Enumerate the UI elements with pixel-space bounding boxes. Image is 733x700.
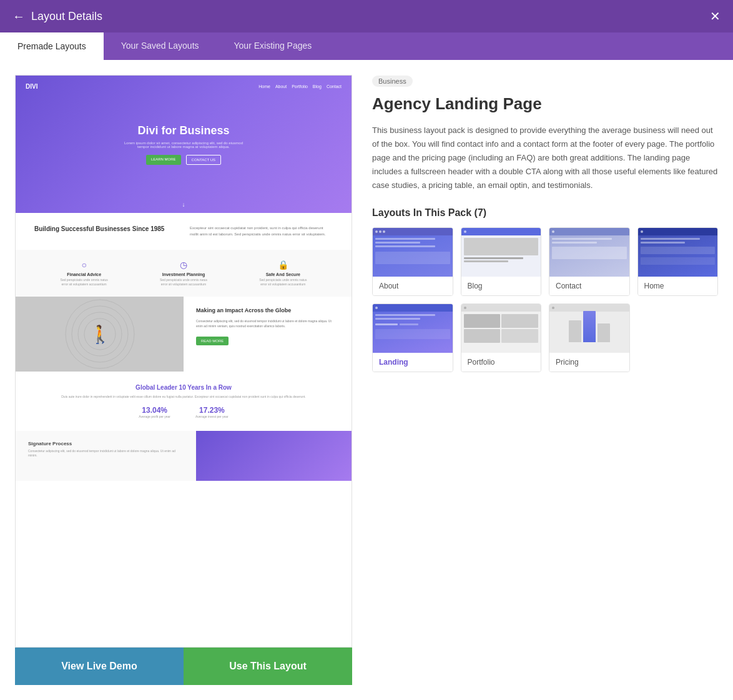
concentric-circles-graphic: 🚶	[62, 297, 137, 372]
secure-icon: 🔒	[234, 260, 333, 270]
preview-icon-item-3: 🔒 Safe And Secure Sed perspiciatis unde …	[234, 260, 333, 287]
bottom-bar: View Live Demo Use This Layout	[15, 648, 352, 685]
preview-section4: 🚶 Making an Impact Across the Globe Cons…	[16, 297, 352, 372]
preview-section6-desc: Consectetur adipiscing elit, sed do eius…	[28, 449, 184, 458]
preview-nav-links: Home About Portfolio Blog Contact	[258, 84, 342, 89]
preview-scroll[interactable]: DIVI Home About Portfolio Blog Contact D…	[15, 75, 352, 648]
preview-section6-text: Signature Process Consectetur adipiscing…	[16, 431, 196, 481]
svg-text:🚶: 🚶	[89, 324, 111, 345]
preview-learn-btn: LEARN MORE	[146, 155, 181, 165]
thumbnail-blog[interactable]: Blog	[461, 227, 542, 296]
tab-existing[interactable]: Your Existing Pages	[217, 32, 330, 60]
preview-section4-desc: Consectetur adipiscing elit, sed do eius…	[196, 318, 339, 328]
preview-stat-value-1: 13.04%	[139, 406, 170, 415]
thumbnail-contact-label: Contact	[549, 277, 629, 295]
header: ← Layout Details ✕	[0, 0, 733, 32]
preview-icon-desc-2: Sed perspiciatis unde omnis natus error …	[159, 278, 209, 287]
preview-icon-title-3: Safe And Secure	[234, 272, 333, 277]
preview-section5: Global Leader 10 Years In a Row Duis aut…	[16, 372, 352, 431]
preview-stat-label-2: Average invest per year	[195, 415, 229, 418]
thumbnail-landing-image	[373, 304, 453, 353]
preview-logo: DIVI	[26, 83, 37, 90]
preview-section2-right: Excepteur sint occaecat cupidatat non pr…	[190, 225, 333, 237]
header-left: ← Layout Details	[12, 9, 102, 24]
info-panel: Business Agency Landing Page This busine…	[372, 75, 718, 685]
preview-section4-heading: Making an Impact Across the Globe	[196, 307, 339, 315]
tabs-bar: Premade Layouts Your Saved Layouts Your …	[0, 32, 733, 60]
thumbnail-about[interactable]: About	[372, 227, 453, 296]
layouts-in-pack-heading: Layouts In This Pack (7)	[372, 207, 718, 219]
thumbnail-home-image	[638, 228, 718, 277]
preview-hero-desc: Lorem ipsum dolor sit amet, consectetur …	[121, 141, 246, 149]
preview-section3: ○ Financial Advice Sed perspiciatis unde…	[16, 250, 352, 297]
thumbnail-portfolio-image	[461, 304, 541, 353]
thumbnail-contact[interactable]: Contact	[549, 227, 630, 296]
preview-section2-left: Building Successful Businesses Since 198…	[34, 225, 177, 237]
thumbnail-contact-image	[549, 228, 629, 277]
thumbnail-about-label: About	[373, 277, 453, 295]
back-arrow-icon[interactable]: ←	[12, 9, 25, 24]
preview-hero-section: DIVI Home About Portfolio Blog Contact D…	[16, 76, 352, 213]
tab-premade[interactable]: Premade Layouts	[0, 32, 104, 60]
preview-section2: Building Successful Businesses Since 198…	[16, 213, 352, 250]
thumbnail-blog-label: Blog	[461, 277, 541, 295]
preview-section6-image	[196, 431, 352, 481]
thumbnail-portfolio[interactable]: Portfolio	[461, 303, 542, 372]
preview-icon-item-1: ○ Financial Advice Sed perspiciatis unde…	[34, 260, 134, 287]
close-button[interactable]: ✕	[710, 9, 721, 24]
preview-icon-title-1: Financial Advice	[34, 272, 134, 277]
thumbnail-about-image	[373, 228, 453, 277]
preview-section2-heading: Building Successful Businesses Since 198…	[34, 225, 177, 232]
preview-scroll-arrow: ↓	[182, 201, 185, 208]
preview-section6-heading: Signature Process	[28, 441, 184, 446]
investment-icon: ◷	[134, 260, 233, 270]
preview-read-more-btn: READ MORE	[196, 337, 229, 345]
use-this-layout-button[interactable]: Use This Layout	[184, 648, 352, 685]
main-content: DIVI Home About Portfolio Blog Contact D…	[0, 60, 733, 700]
preview-contact-btn: CONTACT US	[186, 155, 221, 165]
financial-icon: ○	[34, 260, 134, 270]
preview-stat-value-2: 17.23%	[195, 406, 229, 415]
category-badge: Business	[372, 76, 413, 87]
left-panel: DIVI Home About Portfolio Blog Contact D…	[15, 75, 352, 685]
preview-section4-text: Making an Impact Across the Globe Consec…	[184, 297, 352, 372]
thumbnail-portfolio-label: Portfolio	[461, 353, 541, 372]
preview-icon-desc-3: Sed perspiciatis unde omnis natus error …	[258, 278, 308, 287]
preview-hero-title: Divi for Business	[137, 124, 229, 137]
layout-description: This business layout pack is designed to…	[372, 124, 718, 192]
layout-title: Agency Landing Page	[372, 94, 718, 114]
preview-icon-item-2: ◷ Investment Planning Sed perspiciatis u…	[134, 260, 233, 287]
preview-icon-desc-1: Sed perspiciatis unde omnis natus error …	[59, 278, 109, 287]
thumbnail-home[interactable]: Home	[637, 227, 719, 296]
preview-stat-1: 13.04% Average profit per year	[139, 406, 170, 418]
thumbnail-blog-image	[461, 228, 541, 277]
preview-stat-2: 17.23% Average invest per year	[195, 406, 229, 418]
preview-hero-buttons: LEARN MORE CONTACT US	[146, 155, 221, 165]
preview-section2-text: Excepteur sint occaecat cupidatat non pr…	[190, 225, 333, 237]
preview-section5-heading: Global Leader 10 Years In a Row	[41, 384, 327, 391]
view-live-demo-button[interactable]: View Live Demo	[15, 648, 184, 685]
thumbnail-landing[interactable]: Landing	[372, 303, 453, 372]
thumbnail-pricing-image	[549, 304, 629, 353]
thumbnails-grid: About Blog	[372, 227, 718, 372]
preview-nav: DIVI Home About Portfolio Blog Contact	[16, 83, 352, 90]
preview-stat-label-1: Average profit per year	[139, 415, 170, 418]
preview-section5-desc: Duis aute irure dolor in reprehenderit i…	[41, 395, 327, 400]
preview-section4-image: 🚶	[16, 297, 184, 372]
tab-saved[interactable]: Your Saved Layouts	[104, 32, 217, 60]
preview-section6: Signature Process Consectetur adipiscing…	[16, 431, 352, 481]
thumbnail-landing-label: Landing	[373, 353, 453, 372]
preview-icon-title-2: Investment Planning	[134, 272, 233, 277]
thumbnail-home-label: Home	[638, 277, 718, 295]
preview-stats: 13.04% Average profit per year 17.23% Av…	[41, 406, 327, 418]
thumbnail-pricing-label: Pricing	[549, 353, 629, 372]
header-title: Layout Details	[31, 10, 102, 23]
thumbnail-pricing[interactable]: Pricing	[549, 303, 630, 372]
